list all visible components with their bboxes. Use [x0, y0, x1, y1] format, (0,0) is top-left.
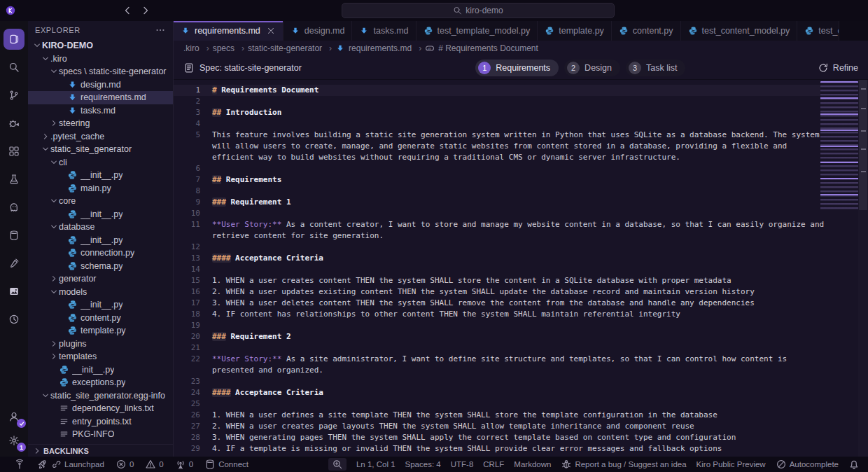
file-tree-item[interactable]: __init__.py [28, 208, 173, 221]
status-item[interactable]: Kiro Public Preview [696, 460, 766, 468]
status-item[interactable]: UTF-8 [451, 460, 474, 468]
breadcrumb-item[interactable]: requirements.md › [335, 43, 425, 53]
breadcrumb-item[interactable]: .kiro › [183, 43, 213, 53]
close-icon[interactable] [266, 26, 276, 36]
file-tree-item[interactable]: static_site_generator [28, 143, 173, 156]
editor-scrollbar[interactable] [858, 80, 868, 457]
file-tree-item[interactable]: requirements.md [28, 91, 173, 104]
status-item[interactable] [328, 458, 346, 471]
file-tree-item[interactable]: KIRO-DEMO [28, 39, 173, 53]
search-icon [8, 62, 20, 73]
file-tree-item[interactable]: generator [28, 272, 173, 286]
line-number: 17 [174, 298, 200, 309]
db-icon [8, 230, 20, 241]
file-tree-item[interactable]: dependency_links.txt [28, 402, 173, 415]
file-tree-item[interactable]: models [28, 286, 173, 299]
file-tree-item[interactable]: cli [28, 156, 173, 169]
file-tree-item[interactable]: plugins [28, 338, 173, 351]
status-item[interactable] [14, 459, 25, 470]
activity-bar-item[interactable] [0, 249, 28, 277]
editor-tab[interactable]: test_content_model.py [681, 21, 798, 41]
file-tree-item[interactable]: static_site_generator.egg-info [28, 389, 173, 403]
activity-bar-item[interactable] [0, 81, 28, 109]
code-line: 26 1. WHEN a user defines a site templat… [174, 410, 820, 421]
file-tree-item[interactable]: __init__.py [28, 363, 173, 377]
status-item[interactable]: 0 [115, 459, 134, 470]
explorer-sidebar: EXPLORER KIRO-DEMO .kiro [28, 21, 174, 457]
arrow-right-icon[interactable] [140, 5, 151, 16]
flask-icon [8, 174, 20, 185]
status-item[interactable]: 0 [175, 459, 193, 470]
file-tree-item[interactable]: entry_points.txt [28, 415, 173, 429]
file-tree-item[interactable]: tasks.md [28, 104, 173, 118]
md-icon [67, 105, 78, 116]
editor-tab[interactable]: content.py [612, 21, 681, 41]
file-tree-item[interactable]: __init__.py [28, 234, 173, 247]
file-tree-item[interactable]: __init__.py [28, 169, 173, 182]
editor-tab[interactable]: test_template_model.py [416, 21, 538, 41]
refine-button[interactable]: Refine [818, 62, 858, 74]
editor-tab[interactable]: requirements.md [174, 21, 284, 41]
tab-bar-actions [839, 21, 868, 41]
status-item[interactable]: CRLF [483, 460, 504, 468]
antenna-icon [14, 459, 25, 470]
file-tree-item[interactable]: content.py [28, 312, 173, 325]
file-tree-item[interactable]: template.py [28, 324, 173, 338]
file-tree-item[interactable]: __init__.py [28, 298, 173, 312]
minimap[interactable] [820, 81, 858, 452]
status-item[interactable]: Connect [204, 459, 248, 470]
activity-bar-item[interactable] [0, 305, 28, 333]
file-tree-item[interactable]: .pytest_cache [28, 130, 173, 144]
breadcrumb-item[interactable]: ab # Requirements Document › [425, 43, 538, 53]
line-number: 12 [174, 242, 200, 253]
file-tree-item[interactable]: .kiro [28, 53, 173, 66]
activity-bar-item[interactable] [0, 221, 28, 249]
activity-bar-item[interactable] [0, 25, 28, 53]
spec-step-pill[interactable]: 2 Design [564, 60, 620, 76]
editor-tab[interactable]: design.md [284, 21, 353, 41]
status-item[interactable]: Markdown [514, 460, 551, 468]
status-item[interactable]: Launchpad [36, 459, 104, 470]
file-tree-item[interactable]: design.md [28, 78, 173, 92]
file-tree-item[interactable]: database [28, 221, 173, 234]
file-tree-item[interactable]: steering [28, 117, 173, 130]
scrollbar-thumb[interactable] [859, 80, 867, 210]
file-tree-item[interactable]: templates [28, 350, 173, 363]
activity-bar-item[interactable] [0, 277, 28, 305]
editor-tab[interactable]: tasks.md [352, 21, 416, 41]
editor-tab[interactable]: test_co [797, 21, 839, 41]
code-line: 2 [174, 96, 820, 107]
arrow-left-icon[interactable] [122, 5, 133, 16]
editor[interactable]: 1 # Requirements Document 2 3 ## Introdu… [174, 80, 868, 457]
activity-bar-item[interactable] [0, 109, 28, 137]
file-tree-item[interactable]: schema.py [28, 260, 173, 273]
more-icon[interactable] [155, 25, 166, 36]
file-tree-item[interactable]: core [28, 195, 173, 208]
activity-bar-item[interactable] [0, 193, 28, 221]
spec-step-pill[interactable]: 1 Requirements [475, 60, 559, 76]
spec-step-pill[interactable]: 3 Task list [626, 60, 685, 76]
activity-bar-item[interactable] [0, 137, 28, 165]
file-tree-item[interactable]: specs \ static-site-generator [28, 65, 173, 78]
activity-bar-item[interactable] [0, 165, 28, 193]
status-item[interactable]: Autocomplete [776, 459, 839, 470]
status-item[interactable]: Spaces: 4 [405, 460, 441, 468]
command-center-search[interactable]: kiro-demo [342, 3, 615, 18]
status-item[interactable]: Report a bug / Suggest an idea [561, 459, 686, 470]
status-item[interactable] [848, 459, 860, 470]
file-tree-item[interactable]: main.py [28, 182, 173, 195]
file-tree-item[interactable]: exceptions.py [28, 376, 173, 389]
code-line: 29 4. IF a template is missing or invali… [174, 443, 820, 454]
breadcrumb-item[interactable]: static-site-generator › [248, 43, 335, 53]
status-item[interactable]: 0 [145, 459, 163, 470]
activity-bar-item[interactable]: 1 [0, 429, 28, 452]
activity-bar-item[interactable] [0, 405, 28, 429]
breadcrumb-item[interactable]: specs › [213, 43, 248, 53]
py-icon [424, 26, 433, 36]
backlinks-section[interactable]: BACKLINKS [28, 444, 173, 457]
file-tree-item[interactable]: PKG-INFO [28, 428, 173, 441]
file-tree-item[interactable]: connection.py [28, 247, 173, 260]
activity-bar-item[interactable] [0, 53, 28, 81]
status-item[interactable]: Ln 1, Col 1 [356, 460, 396, 468]
editor-tab[interactable]: template.py [538, 21, 612, 41]
